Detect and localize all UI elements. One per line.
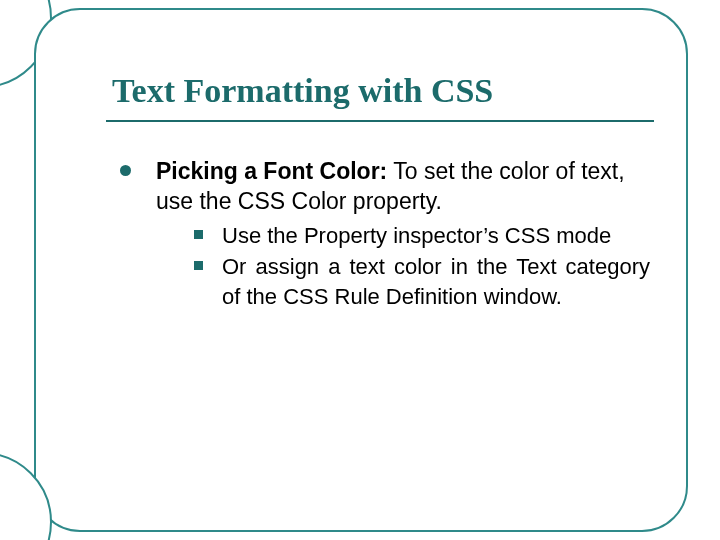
- sub-list: Use the Property inspector’s CSS mode Or…: [156, 221, 650, 311]
- list-item: Or assign a text color in the Text categ…: [192, 252, 650, 311]
- list-item: Use the Property inspector’s CSS mode: [192, 221, 650, 250]
- bullet-square-icon: [194, 230, 203, 239]
- sub-bullet-text: Or assign a text color in the Text categ…: [222, 254, 650, 308]
- slide-content: Picking a Font Color: To set the color o…: [120, 156, 650, 313]
- slide-title: Text Formatting with CSS: [112, 72, 493, 110]
- title-underline: [106, 120, 654, 122]
- sub-bullet-text: Use the Property inspector’s CSS mode: [222, 223, 611, 248]
- bullet-lead: Picking a Font Color:: [156, 158, 387, 184]
- list-item: Picking a Font Color: To set the color o…: [120, 156, 650, 311]
- bullet-square-icon: [194, 261, 203, 270]
- bullet-dot-icon: [120, 165, 131, 176]
